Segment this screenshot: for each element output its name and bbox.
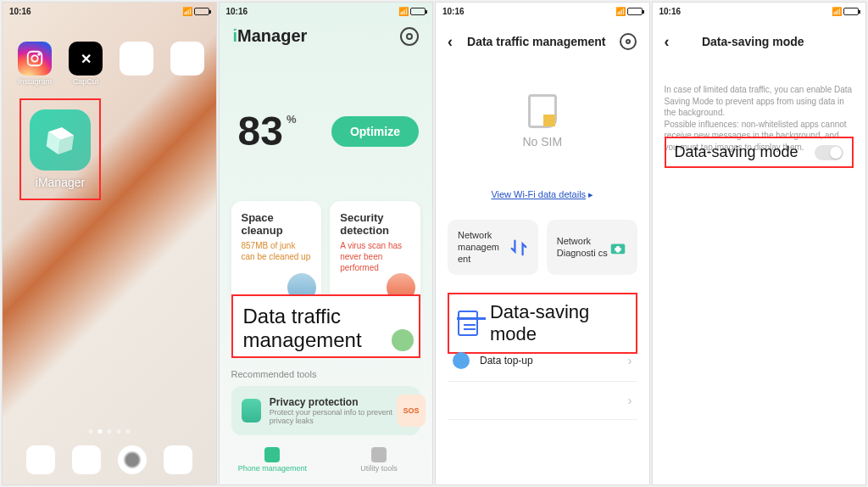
card-privacy-protection[interactable]: Privacy protection Protect your personal… (231, 386, 421, 435)
signal-icon: 📶 (398, 7, 407, 15)
settings-icon[interactable] (620, 33, 637, 50)
settings-icon[interactable] (400, 27, 419, 46)
battery-icon (194, 8, 209, 15)
dock-app[interactable] (118, 445, 147, 474)
home-dock (26, 445, 192, 474)
blank-icon (120, 42, 153, 76)
imanager-icon (30, 109, 91, 171)
phone-management-icon (264, 447, 280, 462)
screen-data-saving-mode: 10:16 📶 ‹ Data-saving mode In case of li… (652, 2, 867, 485)
topup-icon (453, 352, 470, 369)
back-icon[interactable]: ‹ (448, 33, 453, 51)
dock-app[interactable] (164, 445, 192, 474)
home-app-grid: Instagram ✕ CapCut (14, 42, 208, 86)
toggle-data-saving-mode-highlighted[interactable]: Data-saving mode (665, 137, 854, 168)
status-time: 10:16 (9, 7, 31, 16)
screen-imanager: 10:16 📶 iManager 83 % Optimize Space cle… (219, 2, 434, 485)
app-imanager-highlighted[interactable]: iManager (19, 98, 101, 200)
shield-icon (242, 399, 261, 423)
item-label: Data-saving mode (490, 301, 627, 345)
status-bar: 10:16 📶 (653, 3, 866, 20)
app-blank[interactable] (167, 42, 208, 86)
status-right: 📶 (182, 7, 209, 15)
item-label: Data top-up (480, 355, 533, 367)
battery-icon (843, 8, 859, 15)
card-network-diagnostics[interactable]: Network Diagnosti cs (547, 220, 637, 275)
top-bar: ‹ Data traffic management (436, 26, 649, 57)
signal-icon: 📶 (832, 7, 840, 15)
card-subtitle: Protect your personal info to prevent pr… (270, 408, 410, 425)
wifi-details-link[interactable]: View Wi-Fi data details▸ (436, 189, 649, 200)
status-bar: 10:16 📶 (436, 3, 649, 20)
tab-label: Utility tools (360, 464, 398, 473)
item-data-topup[interactable]: Data top-up › (448, 340, 637, 382)
utility-tools-icon (371, 447, 387, 462)
android-icon (392, 329, 414, 351)
status-right: 📶 (615, 7, 643, 15)
card-title: Data traffic management (243, 305, 409, 351)
swap-arrows-icon (509, 238, 528, 257)
score-value: 83 (238, 108, 283, 154)
card-subtitle: 857MB of junk can be cleaned up (242, 240, 312, 262)
dock-app[interactable] (26, 445, 55, 474)
toggle-switch[interactable] (815, 145, 843, 160)
sim-icon (528, 94, 557, 128)
options-list: Data top-up › › (448, 340, 637, 420)
sos-icon: SOS (397, 395, 426, 427)
bottom-nav: Phone management Utility tools (220, 440, 433, 479)
network-cards: Network managem ent Network Diagnosti cs (448, 220, 637, 275)
card-title: Security detection (340, 211, 410, 237)
page-title: Data traffic management (467, 35, 605, 48)
section-label: Recommended tools (231, 369, 421, 379)
status-time: 10:16 (442, 7, 465, 16)
score-unit: % (287, 113, 297, 126)
sim-label: No SIM (522, 135, 562, 148)
card-subtitle: A virus scan has never been performed (340, 240, 410, 273)
svg-point-1 (31, 55, 37, 61)
card-label: Network managem ent (458, 230, 509, 265)
signal-icon: 📶 (182, 7, 191, 15)
recommended-section: Recommended tools Privacy protection Pro… (231, 369, 421, 435)
blank-icon (170, 42, 204, 76)
app-capcut[interactable]: ✕ CapCut (65, 42, 106, 86)
app-label: iManager (36, 176, 85, 189)
svg-point-2 (38, 53, 40, 55)
status-time: 10:16 (226, 7, 248, 16)
tab-utility-tools[interactable]: Utility tools (326, 440, 432, 479)
card-title: Space cleanup (242, 211, 312, 237)
tab-phone-management[interactable]: Phone management (220, 440, 326, 479)
document-icon (458, 311, 478, 336)
card-security-detection[interactable]: Security detection A virus scan has neve… (330, 201, 420, 307)
card-data-traffic-management-highlighted[interactable]: Data traffic management (231, 294, 421, 358)
app-instagram[interactable]: Instagram (14, 42, 55, 86)
card-label: Network Diagnosti cs (557, 236, 609, 260)
svg-rect-8 (615, 248, 620, 251)
status-time: 10:16 (659, 7, 682, 16)
tab-label: Phone management (238, 464, 307, 473)
medkit-icon (609, 238, 627, 257)
instagram-icon (18, 42, 52, 76)
score-row: 83 % Optimize (238, 108, 420, 154)
top-bar: ‹ Data-saving mode (653, 26, 866, 57)
card-network-management[interactable]: Network managem ent (448, 220, 538, 275)
battery-icon (410, 8, 426, 15)
brand-rest: Manager (237, 26, 307, 45)
chevron-right-icon: › (628, 394, 632, 407)
optimization-score: 83 % (238, 108, 297, 154)
back-icon[interactable]: ‹ (665, 33, 670, 51)
screen-home: 10:16 📶 Instagram ✕ CapCut iManager (2, 2, 217, 485)
app-blank[interactable] (116, 42, 157, 86)
optimize-button[interactable]: Optimize (331, 116, 419, 147)
app-label: CapCut (73, 77, 99, 86)
screen-data-traffic: 10:16 📶 ‹ Data traffic management No SIM… (435, 2, 650, 485)
card-space-cleanup[interactable]: Space cleanup 857MB of junk can be clean… (231, 201, 322, 307)
status-bar: 10:16 📶 (3, 3, 216, 20)
sim-status: No SIM (436, 94, 649, 148)
status-bar: 10:16 📶 (220, 3, 433, 20)
feature-cards: Space cleanup 857MB of junk can be clean… (231, 201, 421, 307)
triangle-right-icon: ▸ (588, 189, 593, 200)
list-item[interactable]: › (448, 382, 637, 420)
status-right: 📶 (398, 7, 426, 15)
dock-app[interactable] (72, 445, 101, 474)
battery-icon (627, 8, 643, 15)
